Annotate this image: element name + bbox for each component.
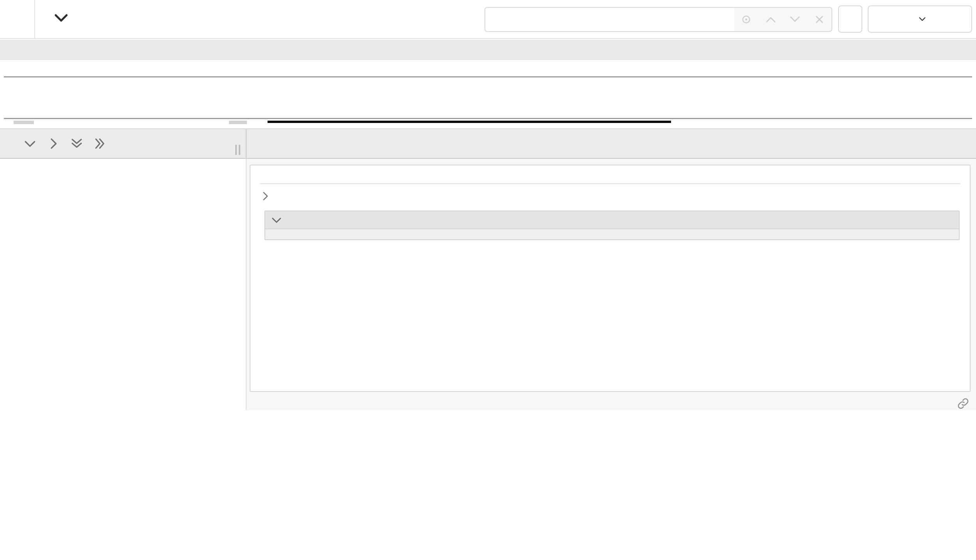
minimap-canvas[interactable] [4,76,972,119]
expand-all-icon[interactable] [94,138,106,149]
span-detail-card [250,165,971,392]
trace-info-bar [0,40,976,60]
keyboard-shortcuts-button[interactable] [838,5,862,33]
minimap-range-chip-right[interactable] [229,121,247,124]
trace-minimap [0,60,976,128]
timeline-collapse-controls [24,138,106,149]
timeline-time-axis [247,129,976,158]
chevron-down-icon [918,16,927,22]
collapse-one-icon[interactable] [24,138,36,149]
span-detail-header [260,165,960,184]
timeline-header-row [0,128,976,159]
logs-footnote [265,229,959,239]
find-controls [734,7,832,32]
page-title [75,9,81,28]
find-prev-icon[interactable] [764,13,777,26]
locate-icon[interactable] [740,13,753,26]
logs-section [264,211,960,240]
span-detail-accent-bar [247,159,976,162]
trace-collapse-chevron-icon[interactable] [54,13,69,24]
find-next-icon[interactable] [788,13,802,26]
span-detail-area [247,159,976,410]
span-rows [0,159,976,410]
top-bar [0,0,976,39]
service-operation-header [0,129,247,158]
minimap-range-chip-left[interactable] [14,121,34,124]
minimap-scroll-thumb[interactable] [268,121,671,123]
back-button[interactable] [0,0,35,38]
minimap-time-axis [4,61,972,75]
expand-one-icon[interactable] [48,138,59,149]
tags-toggle-row[interactable] [260,184,960,209]
chevron-down-icon [271,214,282,226]
panel-resize-handle[interactable] [235,145,240,155]
selected-span-subtree-gutter [0,159,247,410]
find-input[interactable] [484,7,735,32]
collapse-all-icon[interactable] [71,138,83,149]
selected-span-focus-column [79,159,246,410]
selected-span-color-bar [76,159,79,410]
span-id-row [948,398,969,409]
span-detail-block [0,159,976,410]
jaeger-trace-view [0,0,976,560]
logs-header[interactable] [265,211,959,229]
minimap-scroll-strip [0,121,976,125]
deep-link-icon[interactable] [957,398,969,409]
find-clear-icon[interactable] [813,13,826,26]
chevron-right-icon [262,191,268,204]
view-selector-button[interactable] [868,5,972,33]
